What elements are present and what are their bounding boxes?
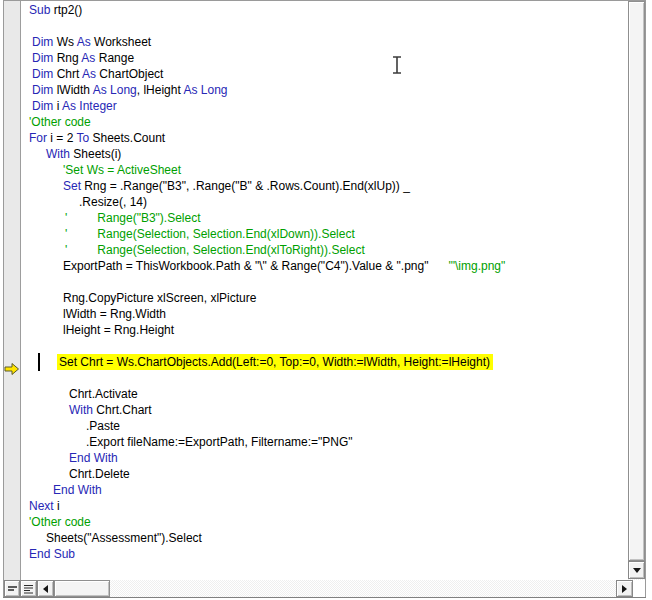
code-line[interactable]: Chrt.Activate xyxy=(21,386,627,402)
procedure-view-button[interactable] xyxy=(4,580,20,597)
vertical-scrollbar-thumb[interactable] xyxy=(628,1,645,561)
full-module-view-button[interactable] xyxy=(20,580,37,597)
code-line[interactable]: 'Set Ws = ActiveSheet xyxy=(21,162,627,178)
code-line[interactable]: .Resize(, 14) xyxy=(21,194,627,210)
code-line[interactable]: Sub rtp2() xyxy=(21,2,627,18)
left-arrow-icon xyxy=(43,585,48,593)
code-line[interactable]: For i = 2 To Sheets.Count xyxy=(21,130,627,146)
down-arrow-icon xyxy=(633,568,641,573)
code-line[interactable]: End With xyxy=(21,482,627,498)
execution-point-highlight: Set Chrt = Ws.ChartObjects.Add(Left:=0, … xyxy=(57,354,493,370)
horizontal-scrollbar-thumb[interactable] xyxy=(54,580,110,597)
window-border-right xyxy=(645,0,646,598)
window-border-bottom xyxy=(3,597,646,598)
code-line[interactable]: Dim lWidth As Long, lHeight As Long xyxy=(21,82,627,98)
right-arrow-icon xyxy=(622,585,627,593)
code-line[interactable]: Dim Chrt As ChartObject xyxy=(21,66,627,82)
vba-code-window: Sub rtp2()Dim Ws As WorksheetDim Rng As … xyxy=(0,0,652,600)
code-line[interactable]: Dim i As Integer xyxy=(21,98,627,114)
execution-arrow-icon xyxy=(4,361,20,377)
code-line[interactable]: Dim Rng As Range xyxy=(21,50,627,66)
code-line[interactable]: Next i xyxy=(21,498,627,514)
ibeam-cursor-icon xyxy=(390,55,403,75)
full-module-view-icon xyxy=(23,584,34,594)
code-line[interactable]: Set Chrt = Ws.ChartObjects.Add(Left:=0, … xyxy=(21,354,627,370)
code-line[interactable]: Chrt.Delete xyxy=(21,466,627,482)
code-line[interactable]: Set Rng = .Range("B3", .Range("B" & .Row… xyxy=(21,178,627,194)
scroll-left-button[interactable] xyxy=(37,580,54,597)
text-caret xyxy=(38,353,40,371)
scrollbar-corner xyxy=(633,580,645,597)
scroll-right-button[interactable] xyxy=(616,580,633,597)
code-line[interactable]: With Chrt.Chart xyxy=(21,402,627,418)
code-line[interactable]: .Paste xyxy=(21,418,627,434)
code-line[interactable]: Sheets("Assessment").Select xyxy=(21,530,627,546)
code-line[interactable] xyxy=(21,18,627,34)
code-area[interactable]: Sub rtp2()Dim Ws As WorksheetDim Rng As … xyxy=(21,1,627,581)
code-line[interactable]: ' Range(Selection, Selection.End(xlToRig… xyxy=(21,242,627,258)
horizontal-scrollbar[interactable] xyxy=(54,580,616,597)
code-line[interactable] xyxy=(21,338,627,354)
code-line[interactable]: Rng.CopyPicture xlScreen, xlPicture xyxy=(21,290,627,306)
code-line[interactable]: 'Other code xyxy=(21,114,627,130)
code-line[interactable]: ExportPath = ThisWorkbook.Path & "\" & R… xyxy=(21,258,627,274)
code-line[interactable]: End With xyxy=(21,450,627,466)
code-line[interactable]: lHeight = Rng.Height xyxy=(21,322,627,338)
code-line[interactable]: End Sub xyxy=(21,546,627,562)
code-line[interactable] xyxy=(21,370,627,386)
procedure-view-icon xyxy=(7,584,18,594)
margin-indicator-bar[interactable] xyxy=(4,1,21,580)
scroll-down-button[interactable] xyxy=(628,561,645,579)
code-line[interactable] xyxy=(21,274,627,290)
code-line[interactable]: ' Range(Selection, Selection.End(xlDown)… xyxy=(21,226,627,242)
code-line[interactable]: .Export fileName:=ExportPath, Filtername… xyxy=(21,434,627,450)
code-line[interactable]: With Sheets(i) xyxy=(21,146,627,162)
code-line[interactable]: 'Other code xyxy=(21,514,627,530)
code-line[interactable]: Dim Ws As Worksheet xyxy=(21,34,627,50)
code-line[interactable]: lWidth = Rng.Width xyxy=(21,306,627,322)
code-line[interactable]: ' Range("B3").Select xyxy=(21,210,627,226)
